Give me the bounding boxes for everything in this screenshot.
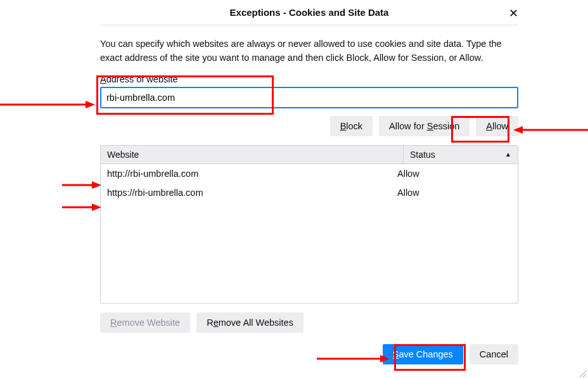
block-button[interactable]: Block	[330, 116, 373, 136]
titlebar: Exceptions - Cookies and Site Data ✕	[100, 0, 518, 25]
save-changes-button[interactable]: Save Changes	[383, 344, 463, 364]
allow-button[interactable]: Allow	[476, 116, 518, 136]
remove-button-row: Remove Website Remove All Websites	[100, 312, 518, 333]
column-header-status[interactable]: Status ▲	[404, 146, 518, 164]
close-icon[interactable]: ✕	[505, 6, 522, 20]
cancel-button[interactable]: Cancel	[470, 344, 518, 364]
exceptions-table: Website Status ▲ http://rbi-umbrella.com…	[100, 145, 518, 304]
cell-status: Allow	[397, 169, 511, 179]
allow-for-session-button[interactable]: Allow for Session	[379, 116, 470, 136]
cell-website: https://rbi-umbrella.com	[107, 188, 397, 198]
exceptions-dialog: Exceptions - Cookies and Site Data ✕ You…	[87, 0, 531, 377]
dialog-footer: Save Changes Cancel	[100, 344, 518, 364]
table-row[interactable]: https://rbi-umbrella.com Allow	[101, 183, 518, 202]
remove-website-button[interactable]: Remove Website	[100, 312, 190, 333]
dialog-description: You can specify which websites are alway…	[100, 37, 518, 65]
address-input[interactable]	[100, 87, 518, 108]
resize-grip-icon[interactable]	[578, 369, 587, 378]
annotation-arrow-icon	[0, 98, 95, 111]
dialog-title: Exceptions - Cookies and Site Data	[230, 7, 389, 18]
sort-indicator-icon: ▲	[505, 151, 511, 158]
column-header-website[interactable]: Website	[101, 146, 404, 164]
table-row[interactable]: http://rbi-umbrella.com Allow	[101, 164, 518, 183]
cell-status: Allow	[397, 188, 511, 198]
svg-line-10	[580, 371, 586, 377]
remove-all-websites-button[interactable]: Remove All Websites	[196, 312, 304, 333]
svg-line-12	[585, 376, 586, 377]
table-header: Website Status ▲	[101, 146, 518, 164]
action-button-row: Block Allow for Session Allow	[100, 116, 518, 136]
cell-website: http://rbi-umbrella.com	[107, 169, 397, 179]
table-body: http://rbi-umbrella.com Allow https://rb…	[101, 164, 518, 202]
address-label: Address of website	[100, 74, 518, 84]
